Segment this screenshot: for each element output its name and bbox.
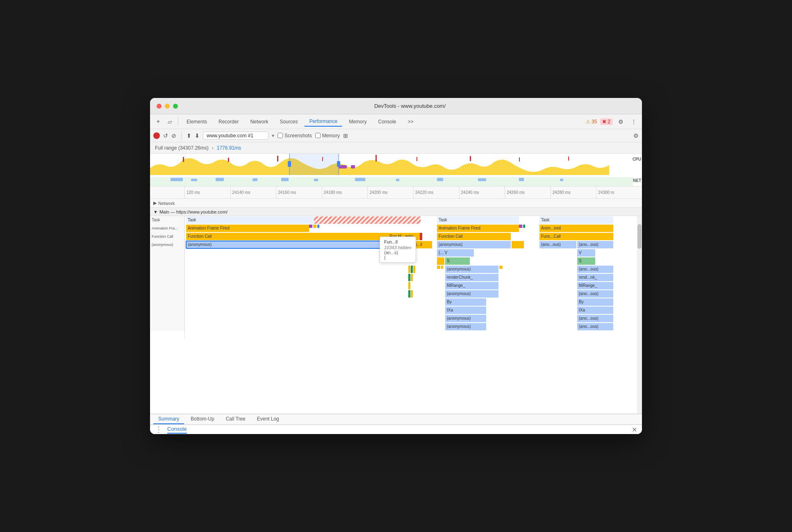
- svg-rect-0: [183, 157, 184, 162]
- memory-checkbox-label[interactable]: Memory: [315, 133, 340, 139]
- memory-checkbox[interactable]: [315, 133, 321, 138]
- svg-text:(anonymous): (anonymous): [188, 242, 212, 247]
- warning-icon: ⚠: [586, 119, 590, 125]
- console-label[interactable]: Console: [167, 426, 187, 434]
- svg-rect-21: [281, 178, 289, 181]
- svg-rect-14: [288, 161, 291, 167]
- svg-rect-62: [420, 233, 422, 240]
- svg-text:(... V: (... V: [439, 250, 447, 255]
- svg-text:V: V: [579, 250, 582, 255]
- cpu-overview: [150, 154, 633, 175]
- svg-rect-104: [150, 273, 184, 282]
- tab-memory[interactable]: Memory: [344, 117, 371, 126]
- tab-call-tree[interactable]: Call Tree: [221, 414, 250, 424]
- maximize-button[interactable]: [173, 104, 178, 109]
- tab-event-log[interactable]: Event Log: [252, 414, 284, 424]
- devtools-window: DevTools - www.youtube.com/ ⌖ ▱ Elements…: [150, 98, 642, 434]
- tab-bottom-up[interactable]: Bottom-Up: [186, 414, 219, 424]
- pointer-icon[interactable]: ⌖: [153, 117, 163, 127]
- svg-rect-51: [519, 225, 522, 228]
- svg-text:(anonymous): (anonymous): [447, 267, 471, 271]
- dropdown-icon[interactable]: ▾: [272, 133, 274, 139]
- flame-chart[interactable]: Task Task Task Task: [150, 216, 642, 414]
- network-row: ▶ Network: [150, 199, 642, 208]
- console-row: ⋮ Console ✕: [150, 425, 642, 434]
- tab-elements[interactable]: Elements: [182, 117, 212, 126]
- screenshots-checkbox-label[interactable]: Screenshots: [278, 133, 312, 139]
- main-expand-icon[interactable]: ▼: [153, 209, 158, 214]
- svg-rect-15: [337, 161, 340, 167]
- bottom-panel: Summary Bottom-Up Call Tree Event Log ⋮ …: [150, 414, 642, 434]
- svg-text:Task: Task: [541, 218, 550, 222]
- console-close-icon[interactable]: ✕: [632, 426, 637, 434]
- ruler-mark-5: 24220 ms: [413, 186, 459, 199]
- scrollbar-thumb[interactable]: [637, 224, 642, 249]
- svg-rect-52: [523, 225, 525, 228]
- tab-recorder[interactable]: Recorder: [214, 117, 244, 126]
- svg-rect-101: [499, 266, 503, 269]
- overview-minimap[interactable]: CPU NET: [150, 154, 642, 186]
- svg-text:rend...nk_: rend...nk_: [579, 275, 597, 280]
- error-icon: ✖: [602, 119, 606, 125]
- error-count: 2: [608, 119, 610, 125]
- svg-rect-151: [408, 282, 410, 289]
- bottom-tabs: Summary Bottom-Up Call Tree Event Log: [150, 414, 642, 425]
- ruler-mark-9: 24300 m: [596, 186, 642, 199]
- flame-chart-svg: Task Task Task Task: [150, 216, 637, 414]
- svg-text:Function Call: Function Call: [188, 234, 212, 239]
- tab-console[interactable]: Console: [373, 117, 401, 126]
- scrollbar-track[interactable]: [637, 216, 642, 414]
- perf-settings-icon[interactable]: ⚙: [633, 132, 639, 139]
- ruler-marks: 120 ms 24140 ms 24160 ms 24180 ms 24200 …: [184, 186, 642, 199]
- svg-rect-140: [150, 323, 184, 331]
- svg-rect-148: [413, 266, 415, 273]
- net-label: NET: [633, 178, 641, 183]
- traffic-lights: [157, 104, 178, 109]
- svg-rect-24: [396, 179, 399, 181]
- svg-rect-23: [355, 178, 365, 181]
- device-icon[interactable]: ▱: [165, 117, 175, 127]
- more-icon[interactable]: ⋮: [629, 117, 639, 127]
- screenshots-checkbox[interactable]: [278, 133, 283, 138]
- svg-text:(ano...ous): (ano...ous): [579, 291, 599, 296]
- network-expand-icon[interactable]: ▶: [153, 200, 157, 206]
- console-dots-icon[interactable]: ⋮: [155, 425, 162, 434]
- error-badge: ✖ 2: [600, 118, 612, 125]
- svg-text:(anonymous): (anonymous): [439, 242, 462, 247]
- tab-performance[interactable]: Performance: [304, 117, 342, 127]
- svg-text:(ano...ous): (ano...ous): [541, 242, 561, 247]
- tab-summary[interactable]: Summary: [153, 414, 184, 424]
- warning-count: 35: [592, 119, 597, 125]
- range-bar: Full range (34307.26ms) › 1776.91ms: [150, 142, 642, 154]
- toolbar-right: ⚠ 35 ✖ 2 ⚙ ⋮: [586, 117, 639, 127]
- tab-sources[interactable]: Sources: [275, 117, 303, 126]
- reload-icon[interactable]: ↺: [163, 132, 168, 139]
- clear-icon[interactable]: ⊘: [171, 132, 176, 139]
- record-button[interactable]: [153, 132, 160, 139]
- upload-icon[interactable]: ⬆: [187, 132, 191, 139]
- svg-text:(ano...ous): (ano...ous): [579, 316, 599, 321]
- capture-icon[interactable]: ⊞: [343, 132, 348, 139]
- svg-rect-5: [416, 157, 417, 161]
- svg-text:(anonymous): (anonymous): [447, 316, 471, 321]
- tab-more[interactable]: >>: [403, 117, 419, 126]
- svg-rect-34: [314, 216, 421, 224]
- flame-chart-area: ▼ Main — https://www.youtube.com/ Task: [150, 208, 642, 414]
- download-icon[interactable]: ⬇: [195, 132, 200, 139]
- selected-range: 1776.91ms: [217, 145, 241, 151]
- svg-rect-88: [150, 257, 184, 265]
- main-thread-header: ▼ Main — https://www.youtube.com/: [150, 208, 642, 216]
- svg-text:fillRange_: fillRange_: [579, 283, 597, 288]
- svg-rect-58: [186, 233, 407, 240]
- settings-icon[interactable]: ⚙: [616, 117, 626, 127]
- svg-text:By: By: [579, 300, 584, 304]
- url-input[interactable]: [203, 132, 269, 140]
- svg-rect-6: [470, 156, 471, 161]
- warning-badge: ⚠ 35: [586, 119, 597, 125]
- ruler-mark-0: 120 ms: [184, 186, 230, 199]
- tab-network[interactable]: Network: [245, 117, 273, 126]
- svg-rect-99: [437, 266, 440, 269]
- svg-rect-77: [512, 241, 524, 248]
- close-button[interactable]: [157, 104, 162, 109]
- minimize-button[interactable]: [165, 104, 170, 109]
